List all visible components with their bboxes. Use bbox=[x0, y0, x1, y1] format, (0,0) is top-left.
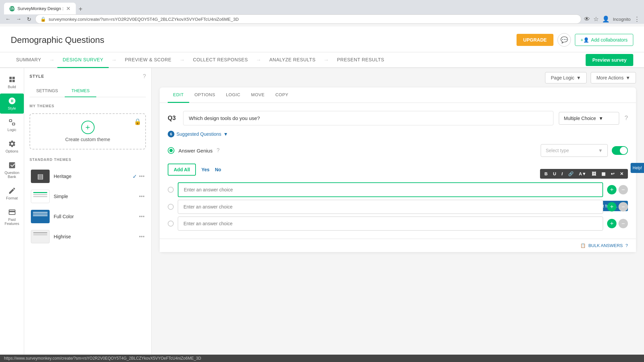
answer-genius-radio[interactable] bbox=[168, 147, 174, 154]
answer-genius-help-icon[interactable]: ? bbox=[217, 147, 220, 154]
browser-action-icons: 👁 ☆ 👤 Incognito ⋮ bbox=[584, 15, 640, 23]
image-button[interactable]: 🖼 bbox=[590, 170, 598, 177]
choice-remove-button-2[interactable]: − bbox=[619, 202, 628, 212]
italic-button[interactable]: I bbox=[560, 170, 565, 177]
themes-tab[interactable]: THEMES bbox=[65, 85, 96, 97]
choice-actions-3: + − bbox=[607, 219, 628, 228]
question-input-row: Q3 Multiple Choice ▼ ? bbox=[168, 111, 628, 125]
tab-summary[interactable]: SUMMARY bbox=[11, 52, 47, 68]
answer-genius-label: Answer Genius bbox=[178, 148, 213, 154]
theme-more-fullcolor-icon[interactable]: ••• bbox=[139, 214, 145, 220]
question-type-arrow: ▼ bbox=[599, 116, 603, 121]
choice-remove-button-1[interactable]: − bbox=[619, 185, 628, 194]
yes-button[interactable]: Yes bbox=[201, 167, 209, 172]
select-type-dropdown[interactable]: Select type ▼ bbox=[541, 144, 608, 157]
choice-input-2[interactable] bbox=[178, 200, 603, 214]
more-actions-button[interactable]: More Actions ▼ bbox=[591, 72, 636, 83]
sidebar-item-logic[interactable]: Logic bbox=[0, 115, 24, 135]
answer-genius-toggle[interactable] bbox=[612, 146, 628, 155]
bulk-answers-label: BULK ANSWERS bbox=[588, 243, 623, 248]
choice-input-1[interactable] bbox=[178, 182, 603, 197]
bulk-answers-bar[interactable]: 📋 BULK ANSWERS ? bbox=[160, 239, 636, 252]
theme-item-heritage[interactable]: ▤ Heritage ✓ ••• bbox=[30, 167, 146, 186]
font-color-button[interactable]: A▼ bbox=[577, 170, 588, 177]
choice-add-button-3[interactable]: + bbox=[607, 219, 616, 228]
tab-collect-responses[interactable]: COLLECT RESPONSES bbox=[187, 52, 253, 68]
browser-toolbar: ← → ↻ 🔒 surveymonkey.com/create/?sm=rsYO… bbox=[4, 14, 640, 24]
profile-icon[interactable]: 👤 bbox=[602, 15, 609, 23]
theme-more-simple-icon[interactable]: ••• bbox=[139, 193, 145, 199]
theme-more-icon[interactable]: ••• bbox=[139, 173, 145, 179]
theme-line-w2 bbox=[33, 214, 48, 215]
browser-tab[interactable]: SM SurveyMonkey Design : ✕ bbox=[4, 3, 76, 14]
standard-themes-label: STANDARD THEMES bbox=[30, 156, 146, 163]
incognito-label: Incognito bbox=[613, 17, 631, 22]
menu-icon[interactable]: ⋮ bbox=[634, 15, 640, 23]
sidebar-wrapper: Build Style Logic Options Question Bank bbox=[0, 68, 152, 362]
suggested-questions-link[interactable]: 6 Suggested Questions ▼ bbox=[168, 131, 628, 137]
url-bar[interactable]: 🔒 surveymonkey.com/create/?sm=rsYO2R2V0E… bbox=[35, 14, 581, 24]
refresh-button[interactable]: ↻ bbox=[25, 15, 33, 24]
sidebar-item-paid-features[interactable]: Paid Features bbox=[0, 205, 24, 229]
star-icon[interactable]: ☆ bbox=[593, 15, 599, 23]
choice-input-3[interactable] bbox=[178, 217, 603, 231]
tab-close-button[interactable]: ✕ bbox=[66, 5, 70, 12]
status-url: https://www.surveymonkey.com/create/?sm=… bbox=[4, 356, 201, 361]
choice-remove-button-3[interactable]: − bbox=[619, 219, 628, 228]
q-tab-edit[interactable]: EDIT bbox=[168, 87, 189, 103]
create-theme-card[interactable]: + Create custom theme 🔒 bbox=[30, 113, 146, 149]
svg-rect-2 bbox=[9, 80, 12, 82]
sidebar-help-icon[interactable]: ? bbox=[143, 73, 146, 79]
sidebar-item-style[interactable]: Style bbox=[0, 94, 24, 114]
question-help-icon[interactable]: ? bbox=[625, 115, 628, 122]
tab-preview-score[interactable]: PREVIEW & SCORE bbox=[119, 52, 177, 68]
theme-item-highrise[interactable]: Highrise ••• bbox=[30, 227, 146, 246]
question-type-dropdown[interactable]: Multiple Choice ▼ bbox=[559, 112, 619, 125]
forward-button[interactable]: → bbox=[15, 15, 23, 23]
new-tab-button[interactable]: + bbox=[76, 4, 85, 14]
undo-button[interactable]: ↩ bbox=[609, 170, 616, 177]
question-card: EDIT OPTIONS LOGIC MOVE COPY bbox=[160, 87, 636, 252]
preview-survey-button[interactable]: Preview survey bbox=[586, 54, 633, 66]
answer-choice-row-2: + − bbox=[168, 200, 628, 214]
theme-item-simple[interactable]: Simple ••• bbox=[30, 187, 146, 206]
theme-line-2 bbox=[33, 194, 47, 195]
q-tab-logic[interactable]: LOGIC bbox=[221, 87, 246, 103]
nav-arrow-4: → bbox=[256, 57, 261, 63]
add-collaborators-button[interactable]: +👤 Add collaborators bbox=[575, 34, 633, 46]
choice-add-button-2[interactable]: + bbox=[607, 202, 616, 212]
comment-button[interactable]: 💬 bbox=[557, 33, 571, 47]
add-all-button[interactable]: Add All bbox=[168, 164, 196, 176]
bold-button[interactable]: B bbox=[543, 170, 549, 177]
upgrade-button[interactable]: UPGRADE bbox=[517, 34, 553, 46]
more-button[interactable]: ✕ bbox=[618, 170, 625, 177]
eye-icon[interactable]: 👁 bbox=[584, 16, 590, 23]
sidebar-item-question-bank[interactable]: Question Bank bbox=[0, 158, 24, 182]
underline-button[interactable]: U bbox=[551, 170, 558, 177]
table-button[interactable]: ▦ bbox=[600, 170, 607, 177]
link-button[interactable]: 🔗 bbox=[567, 170, 575, 177]
theme-actions-highrise: ••• bbox=[139, 234, 145, 240]
theme-actions-simple: ••• bbox=[139, 193, 145, 199]
no-button[interactable]: No bbox=[215, 167, 221, 172]
tab-present-results[interactable]: PRESENT RESULTS bbox=[332, 52, 390, 68]
more-actions-arrow-icon: ▼ bbox=[626, 75, 630, 80]
tab-analyze-results[interactable]: ANALYZE RESULTS bbox=[264, 52, 321, 68]
sidebar-item-build[interactable]: Build bbox=[0, 72, 24, 92]
choice-add-button-1[interactable]: + bbox=[607, 185, 616, 194]
q-tab-move[interactable]: MOVE bbox=[246, 87, 270, 103]
theme-actions-fullcolor: ••• bbox=[139, 214, 145, 220]
settings-tab[interactable]: SETTINGS bbox=[30, 85, 65, 97]
q-tab-copy[interactable]: COPY bbox=[270, 87, 294, 103]
question-text-input[interactable] bbox=[183, 111, 553, 125]
sidebar-item-format[interactable]: Format bbox=[0, 183, 24, 203]
sidebar-item-options[interactable]: Options bbox=[0, 136, 24, 157]
sidebar-panel-content: STYLE ? SETTINGS THEMES MY THEMES + Crea… bbox=[24, 68, 151, 253]
q-tab-options[interactable]: OPTIONS bbox=[189, 87, 221, 103]
theme-item-fullcolor[interactable]: Full Color ••• bbox=[30, 207, 146, 226]
page-logic-button[interactable]: Page Logic ▼ bbox=[545, 72, 587, 83]
help-tab[interactable]: Help! bbox=[631, 163, 644, 173]
theme-more-highrise-icon[interactable]: ••• bbox=[139, 234, 145, 240]
back-button[interactable]: ← bbox=[4, 15, 12, 23]
tab-design-survey[interactable]: DESIGN SURVEY bbox=[57, 52, 109, 68]
